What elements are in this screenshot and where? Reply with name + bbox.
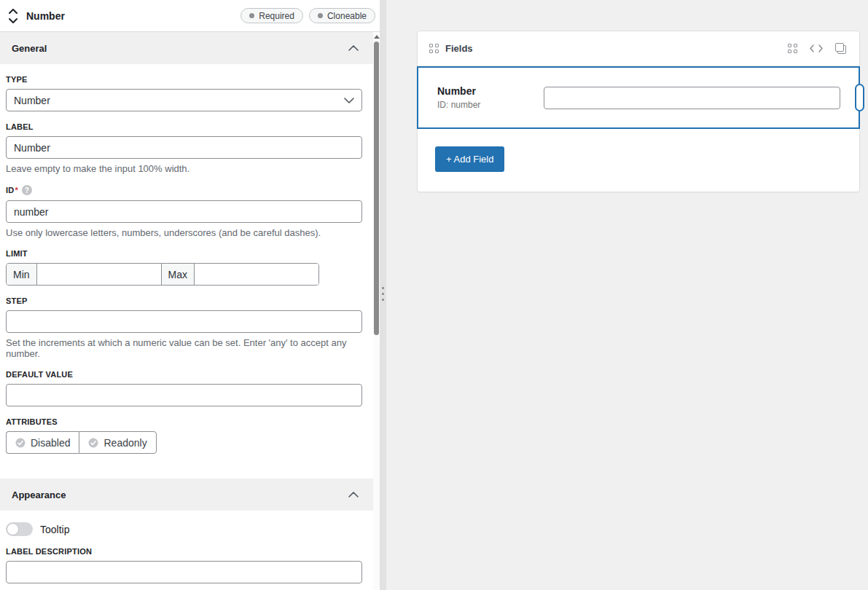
- field-settings-header: Number Required Cloneable: [0, 0, 380, 32]
- field-settings-panel: Number Required Cloneable General TYPE N…: [0, 0, 380, 590]
- section-title: Appearance: [12, 489, 66, 500]
- resizer-grip-icon: [382, 287, 384, 301]
- default-value-input[interactable]: [6, 384, 362, 406]
- check-circle-icon: [15, 438, 26, 448]
- field-title: Number: [26, 10, 65, 22]
- disabled-toggle-button[interactable]: Disabled: [6, 431, 79, 454]
- layout-grid-button[interactable]: [788, 44, 797, 53]
- general-section-body: TYPE Number LABEL Leave empty to make th…: [0, 75, 373, 479]
- field-width-resize-handle[interactable]: [855, 84, 864, 111]
- badge-dot-icon: [318, 13, 323, 18]
- limit-input-group: Min Max: [6, 263, 319, 286]
- section-title: General: [12, 43, 47, 54]
- cloneable-badge[interactable]: Cloneable: [309, 8, 375, 23]
- id-field: ID* ? Use only lowercase letters, number…: [6, 185, 362, 238]
- readonly-toggle-button[interactable]: Readonly: [79, 431, 156, 454]
- step-field: STEP Set the increments at which a numer…: [6, 296, 362, 359]
- attributes-field: ATTRIBUTES Disabled Readonly: [6, 417, 362, 454]
- chevron-down-icon: [344, 98, 354, 103]
- attributes-button-group: Disabled Readonly: [6, 431, 157, 454]
- fields-panel-title: Fields: [445, 43, 473, 54]
- fields-panel-header: Fields: [418, 31, 859, 66]
- reorder-icon[interactable]: [7, 7, 19, 25]
- tooltip-toggle-label: Tooltip: [40, 524, 69, 535]
- section-header-general[interactable]: General: [0, 32, 373, 64]
- badge-group: Required Cloneable: [241, 8, 375, 23]
- preview-field-label: Number: [437, 85, 544, 97]
- step-help: Set the increments at which a numeric va…: [6, 337, 362, 359]
- id-input[interactable]: [6, 200, 362, 223]
- id-help: Use only lowercase letters, numbers, und…: [6, 227, 362, 238]
- duplicate-icon: [835, 43, 846, 54]
- type-select-value: Number: [14, 95, 344, 106]
- limit-label: LIMIT: [6, 249, 362, 258]
- label-field: LABEL Leave empty to make the input 100%…: [6, 122, 362, 174]
- fields-grid-icon: [429, 44, 439, 53]
- panel-resizer[interactable]: [380, 0, 386, 590]
- label-help: Leave empty to make the input 100% width…: [6, 163, 362, 174]
- grid-icon: [788, 44, 797, 53]
- default-value-label: DEFAULT VALUE: [6, 370, 362, 379]
- required-badge[interactable]: Required: [241, 8, 303, 23]
- settings-scroll-area: General TYPE Number LABEL Leave empty to…: [0, 32, 373, 590]
- section-header-appearance[interactable]: Appearance: [0, 479, 373, 511]
- builder-canvas: Fields Number ID: number + Add Field: [386, 0, 868, 590]
- field-preview-number[interactable]: Number ID: number: [417, 66, 860, 129]
- step-input[interactable]: [6, 310, 362, 333]
- max-addon-label: Max: [161, 264, 195, 285]
- label-input[interactable]: [6, 136, 362, 159]
- help-tooltip-icon[interactable]: ?: [22, 185, 32, 195]
- fields-panel-actions: [788, 43, 846, 54]
- scrollbar-thumb[interactable]: [374, 42, 379, 335]
- readonly-button-label: Readonly: [103, 437, 146, 449]
- check-circle-icon: [88, 438, 98, 448]
- required-asterisk: *: [15, 186, 17, 194]
- type-field: TYPE Number: [6, 75, 362, 111]
- scrollbar-up-arrow[interactable]: [373, 33, 380, 41]
- cloneable-badge-label: Cloneable: [327, 11, 367, 21]
- step-label: STEP: [6, 296, 362, 305]
- label-label: LABEL: [6, 122, 362, 131]
- add-field-button[interactable]: + Add Field: [435, 146, 504, 172]
- attributes-label: ATTRIBUTES: [6, 417, 362, 426]
- type-label: TYPE: [6, 75, 362, 84]
- code-view-button[interactable]: [810, 44, 823, 52]
- min-addon-label: Min: [7, 264, 37, 285]
- fields-panel: Fields Number ID: number + Add Field: [417, 31, 860, 192]
- settings-scrollbar: [373, 33, 380, 590]
- id-label: ID: [6, 186, 14, 194]
- appearance-section-body: Tooltip LABEL DESCRIPTION Display below …: [0, 522, 373, 590]
- tooltip-toggle-row: Tooltip: [6, 522, 362, 536]
- type-select[interactable]: Number: [6, 89, 362, 111]
- chevron-up-icon: [348, 492, 359, 497]
- min-input[interactable]: [37, 264, 161, 285]
- max-input[interactable]: [195, 264, 318, 285]
- tooltip-toggle-switch[interactable]: [6, 522, 33, 536]
- label-description-input[interactable]: [6, 561, 362, 583]
- label-description-label: LABEL DESCRIPTION: [6, 547, 362, 556]
- code-icon: [810, 44, 823, 52]
- required-badge-label: Required: [259, 11, 294, 21]
- label-description-field: LABEL DESCRIPTION Display below the fiel…: [6, 547, 362, 590]
- disabled-button-label: Disabled: [31, 437, 70, 449]
- toggle-knob: [7, 523, 19, 535]
- fields-panel-footer: + Add Field: [418, 129, 859, 192]
- preview-field-id: ID: number: [437, 100, 544, 110]
- chevron-up-icon: [348, 45, 359, 51]
- preview-number-input[interactable]: [544, 87, 840, 109]
- badge-dot-icon: [249, 13, 254, 18]
- default-value-field: DEFAULT VALUE: [6, 370, 362, 406]
- duplicate-button[interactable]: [835, 43, 846, 54]
- limit-field: LIMIT Min Max: [6, 249, 362, 286]
